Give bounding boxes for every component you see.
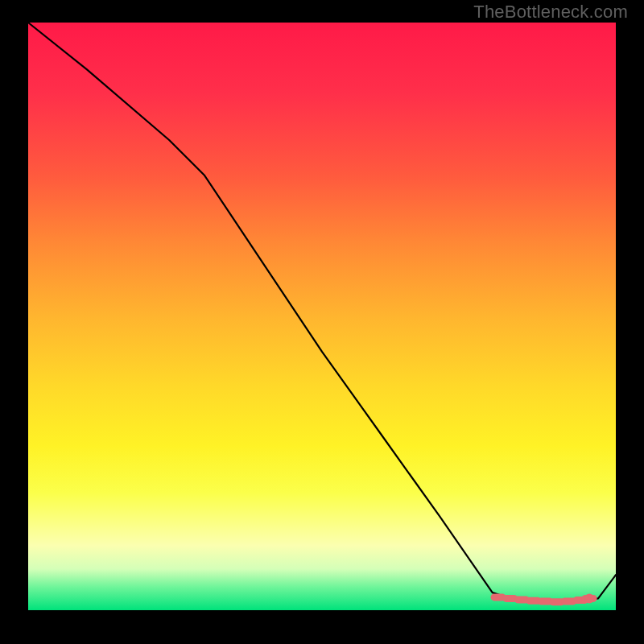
optimal-range-dashes xyxy=(494,597,593,602)
bottleneck-curve-line xyxy=(28,23,616,603)
chart-svg xyxy=(28,23,616,610)
watermark-text: TheBottleneck.com xyxy=(473,2,628,23)
optimal-point-dot xyxy=(584,593,594,603)
chart-gradient-area xyxy=(28,23,616,610)
